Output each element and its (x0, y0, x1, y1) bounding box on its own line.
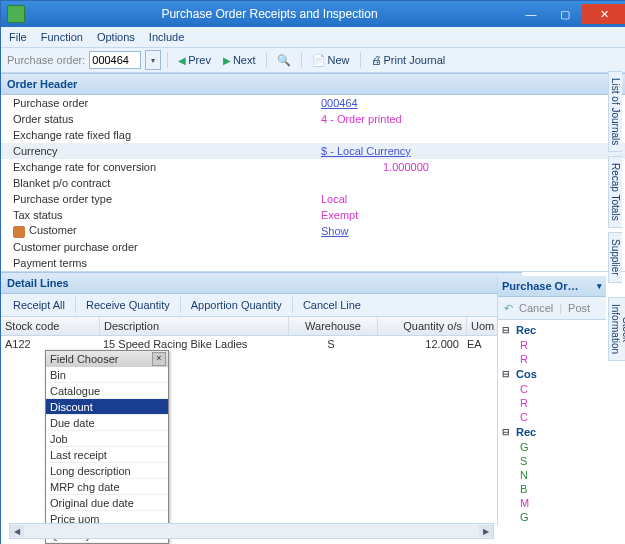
po-pane-title[interactable]: Purchase Or…▾ (498, 276, 606, 297)
detail-toolbar: Receipt All Receive Quantity Apportion Q… (1, 294, 522, 317)
menu-include[interactable]: Include (149, 31, 184, 43)
minimize-button[interactable]: — (514, 4, 548, 24)
post-button[interactable]: Post (568, 302, 590, 314)
printer-icon: 🖨 (371, 54, 382, 66)
col-qty[interactable]: Quantity o/s (378, 317, 467, 335)
separator (167, 52, 168, 68)
cell-wh: S (287, 338, 375, 350)
tree-item[interactable]: G (498, 510, 606, 524)
field-label: Payment terms (1, 257, 313, 269)
fc-item-selected[interactable]: Discount (46, 399, 168, 415)
cell-qty: 12.000 (375, 338, 463, 350)
field-chooser-popup[interactable]: Field Chooser × Bin Catalogue Discount D… (45, 350, 169, 544)
field-label: Exchange rate for conversion (1, 161, 313, 173)
tree-item[interactable]: M (498, 496, 606, 510)
separator (301, 52, 302, 68)
tree-item[interactable]: R (498, 338, 606, 352)
app-icon (7, 5, 25, 23)
field-label: Exchange rate fixed flag (1, 129, 313, 141)
menu-function[interactable]: Function (41, 31, 83, 43)
next-button[interactable]: ▶Next (219, 54, 260, 66)
tree-item[interactable]: S (498, 454, 606, 468)
scroll-right-icon[interactable]: ▶ (479, 525, 493, 537)
toolbar: Purchase order: ▾ ◀Prev ▶Next 🔍 📄New 🖨Pr… (1, 48, 625, 73)
tree-item[interactable]: C (498, 382, 606, 396)
side-tabs: List of Journals Recap Totals Supplier S… (608, 71, 625, 287)
field-label: Order status (1, 113, 313, 125)
field-chooser-close[interactable]: × (152, 352, 166, 366)
window-controls: — ▢ ✕ (514, 4, 625, 24)
fc-item[interactable]: Original due date (46, 495, 168, 511)
cancel-line-button[interactable]: Cancel Line (297, 299, 367, 311)
tree-group[interactable]: ⊟Rec (498, 322, 606, 338)
print-journal-button[interactable]: 🖨Print Journal (367, 54, 450, 66)
tree-item[interactable]: R (498, 352, 606, 366)
cancel-button[interactable]: Cancel (519, 302, 553, 314)
fc-item[interactable]: Long description (46, 463, 168, 479)
order-header-grid: Purchase order000464 Order status4 - Ord… (1, 95, 625, 272)
col-stock[interactable]: Stock code (1, 317, 100, 335)
tab-stock-information[interactable]: Stock Information (608, 297, 625, 361)
tab-recap-totals[interactable]: Recap Totals (608, 156, 622, 228)
tree-item[interactable]: R (498, 396, 606, 410)
col-wh[interactable]: Warehouse (289, 317, 378, 335)
po-input[interactable] (89, 51, 141, 69)
grid-header: Stock code Description Warehouse Quantit… (1, 317, 522, 336)
status-value: 4 - Order printed (313, 113, 402, 125)
field-label: Customer (1, 224, 313, 237)
fc-item[interactable]: Bin (46, 367, 168, 383)
col-desc[interactable]: Description (100, 317, 289, 335)
field-label: Currency (1, 145, 313, 157)
maximize-button[interactable]: ▢ (548, 4, 582, 24)
tree-item[interactable]: N (498, 468, 606, 482)
app-window: Purchase Order Receipts and Inspection —… (0, 0, 625, 544)
tax-value: Exempt (313, 209, 358, 221)
tab-list-of-journals[interactable]: List of Journals (608, 71, 622, 152)
separator (360, 52, 361, 68)
tree-item[interactable]: B (498, 482, 606, 496)
purchase-order-pane: Purchase Or…▾ ↶ Cancel | Post ⊟Rec R R ⊟… (497, 276, 606, 526)
search-icon[interactable]: 🔍 (273, 54, 295, 67)
menu-file[interactable]: File (9, 31, 27, 43)
horizontal-scrollbar[interactable]: ◀ ▶ (9, 523, 494, 539)
cell-desc: 15 Speed Racing Bike Ladies (99, 338, 287, 350)
prev-button[interactable]: ◀Prev (174, 54, 215, 66)
po-type-value: Local (313, 193, 347, 205)
scroll-left-icon[interactable]: ◀ (10, 525, 24, 537)
customer-show-link[interactable]: Show (313, 225, 349, 237)
po-link[interactable]: 000464 (313, 97, 358, 109)
close-button[interactable]: ✕ (582, 4, 625, 24)
po-label: Purchase order: (7, 54, 85, 66)
tree-item[interactable]: G (498, 440, 606, 454)
new-button[interactable]: 📄New (308, 54, 354, 67)
field-label: Tax status (1, 209, 313, 221)
fc-item[interactable]: Due date (46, 415, 168, 431)
field-chooser-list: Bin Catalogue Discount Due date Job Last… (46, 367, 168, 543)
undo-icon[interactable]: ↶ (504, 302, 513, 315)
field-chooser-title[interactable]: Field Chooser × (46, 351, 168, 367)
tab-supplier[interactable]: Supplier (608, 232, 622, 283)
field-label: Customer purchase order (1, 241, 313, 253)
po-tree: ⊟Rec R R ⊟Cos C R C ⊟Rec G S N B M G (498, 320, 606, 526)
menu-options[interactable]: Options (97, 31, 135, 43)
receipt-all-button[interactable]: Receipt All (7, 299, 71, 311)
page-icon: 📄 (312, 54, 326, 67)
receive-qty-button[interactable]: Receive Quantity (80, 299, 176, 311)
fc-item[interactable]: Job (46, 431, 168, 447)
fc-item[interactable]: MRP chg date (46, 479, 168, 495)
field-label: Purchase order (1, 97, 313, 109)
exchange-rate-value: 1.000000 (313, 161, 429, 173)
tree-group[interactable]: ⊟Cos (498, 366, 606, 382)
po-dropdown[interactable]: ▾ (145, 50, 161, 70)
tree-group[interactable]: ⊟Rec (498, 424, 606, 440)
currency-link[interactable]: $ - Local Currency (313, 145, 411, 157)
order-header-title[interactable]: Order Header▾ (1, 73, 625, 95)
window-title: Purchase Order Receipts and Inspection (25, 7, 514, 21)
detail-lines-title[interactable]: Detail Lines▾ (1, 272, 522, 294)
menubar: File Function Options Include (1, 27, 625, 48)
fc-item[interactable]: Catalogue (46, 383, 168, 399)
tree-item[interactable]: C (498, 410, 606, 424)
fc-item[interactable]: Last receipt (46, 447, 168, 463)
cell-stock: A122 (1, 338, 99, 350)
apportion-qty-button[interactable]: Apportion Quantity (185, 299, 288, 311)
